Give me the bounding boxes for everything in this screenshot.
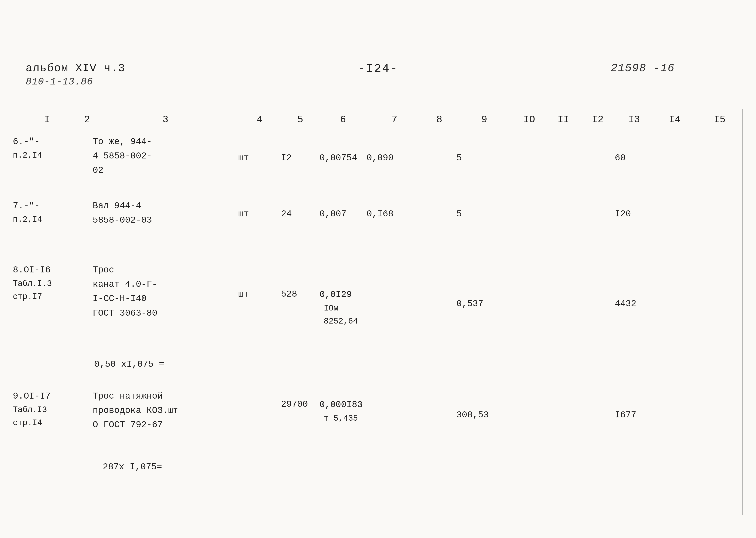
row9-unit — [238, 389, 281, 398]
row7-col5: 24 — [281, 199, 320, 221]
row7-col7: 0,I68 — [367, 199, 422, 221]
album-code: 810-1-13.86 — [26, 76, 125, 87]
col-header-5: 5 — [281, 114, 320, 125]
row7-col13: I20 — [615, 199, 653, 221]
row8-name: Трос канат 4.0-Г- I-СС-Н-I40 ГОСТ 3063-8… — [93, 263, 238, 321]
album-title: альбом XIV ч.3 — [26, 62, 125, 75]
row8-col6: 0,0I29 IОм 8252,64 — [320, 263, 367, 328]
row7-col9: 5 — [456, 199, 512, 221]
col-header-8: 8 — [422, 114, 456, 125]
row8-col5: 528 — [281, 263, 320, 301]
col-header-7: 7 — [367, 114, 422, 125]
col-header-15: I5 — [696, 114, 743, 125]
row9-col5: 29700 — [281, 389, 320, 411]
row9-extra: 287x I,075= — [103, 462, 162, 472]
row8-extra: 0,50 xI,075 = — [94, 359, 164, 369]
col-header-6: 6 — [320, 114, 367, 125]
row6-unit: шт — [238, 135, 281, 165]
column-headers: I 2 3 4 5 6 7 8 9 IO II I2 I3 I4 I5 — [13, 110, 743, 130]
col-header-11: II — [546, 114, 581, 125]
header-left: альбом XIV ч.3 810-1-13.86 — [26, 62, 125, 87]
row8-col9: 0,537 — [456, 263, 512, 311]
table-row: 6.-"- п.2,I4 То же, 944- 4 5858-002- 02 … — [13, 135, 743, 182]
row6-col6: 0,00754 — [320, 135, 367, 165]
row6-col13: 60 — [615, 135, 653, 165]
center-title: -I24- — [358, 62, 398, 76]
col-header-1: I — [13, 114, 81, 125]
col-header-9: 9 — [456, 114, 512, 125]
row9-col13: I677 — [615, 389, 653, 422]
row9-num: 9.OI-I7 Табл.I3 стр.I4 — [13, 389, 81, 430]
col-header-2: 2 — [81, 114, 93, 125]
row8-num: 8.OI-I6 Табл.I.3 стр.I7 — [13, 263, 81, 303]
row6-col7: 0,090 — [367, 135, 422, 165]
right-border — [742, 109, 743, 515]
row6-num: 6.-"- п.2,I4 — [13, 135, 81, 162]
col-header-4: 4 — [238, 114, 281, 125]
row6-name: То же, 944- 4 5858-002- 02 — [93, 135, 238, 178]
row8-col13: 4432 — [615, 263, 653, 311]
table-row: 9.OI-I7 Табл.I3 стр.I4 Трос натяжной про… — [13, 389, 743, 457]
row9-name: Трос натяжной проводока КОЗ.шт О ГОСТ 79… — [93, 389, 238, 432]
table-row: 8.OI-I6 Табл.I.3 стр.I7 Трос канат 4.0-Г… — [13, 263, 743, 331]
row6-col9: 5 — [456, 135, 512, 165]
row9-col6: 0,000I83 т 5,435 — [320, 389, 367, 425]
table-row: 7.-"- п.2,I4 Вал 944-4 5858-002-03 шт 24… — [13, 199, 743, 246]
header-top-border — [13, 109, 743, 110]
row6-col5: I2 — [281, 135, 320, 165]
col-header-12: I2 — [581, 114, 615, 125]
row7-num: 7.-"- п.2,I4 — [13, 199, 81, 226]
row7-col6: 0,007 — [320, 199, 367, 221]
col-header-13: I3 — [615, 114, 653, 125]
col-header-3: 3 — [93, 114, 238, 125]
page: альбом XIV ч.3 810-1-13.86 -I24- 21598 -… — [0, 0, 756, 538]
row8-unit: шт — [238, 263, 281, 301]
row7-name: Вал 944-4 5858-002-03 — [93, 199, 238, 228]
col-header-10: IO — [512, 114, 546, 125]
row9-col9: 308,53 — [456, 389, 512, 422]
col-header-14: I4 — [653, 114, 696, 125]
right-title: 21598 -16 — [611, 62, 675, 75]
header-bottom-border — [13, 128, 743, 129]
row7-unit: шт — [238, 199, 281, 221]
